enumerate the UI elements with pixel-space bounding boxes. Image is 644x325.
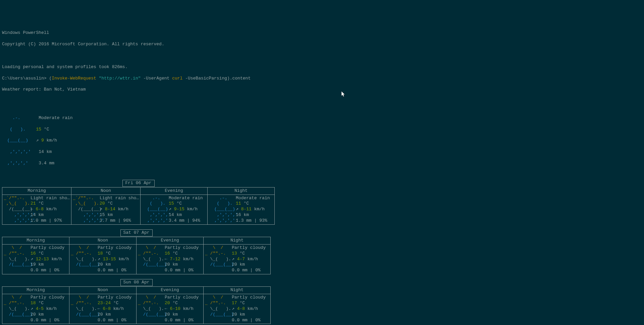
forecast-table: MorningNoonEveningNight_`/"".-. ,\_( ). … xyxy=(2,187,275,225)
date-label: Sat 07 Apr xyxy=(120,229,152,236)
daypart-header: Night xyxy=(208,187,275,195)
command-line[interactable]: C:\Users\asuslin> (Invoke-WebRequest "ht… xyxy=(2,76,642,82)
daypart-header: Evening xyxy=(137,287,204,294)
daypart-header: Evening xyxy=(137,237,204,244)
forecast-cell: \ / _ /"".-. \_( ). /(___(__) Partly clo… xyxy=(2,244,69,274)
date-label: Fri 06 Apr xyxy=(122,180,155,187)
ps-title: Windows PowerShell xyxy=(2,30,642,36)
forecast-table: MorningNoonEveningNight \ / _ /"".-. \_(… xyxy=(2,237,271,274)
forecast-cell: \ / _ /"".-. \_( ). /(___(__) Partly clo… xyxy=(2,294,69,324)
daypart-header: Night xyxy=(204,237,271,244)
daypart-header: Noon xyxy=(69,237,137,244)
daypart-header: Evening xyxy=(141,187,208,195)
forecast-cell: _`/"".-. ,\_( ). /(___(__) ‚'‚'‚'‚' ‚'‚'… xyxy=(2,195,71,224)
forecast-cell: _`/"".-. ,\_( ). /(___(__) ‚'‚'‚'‚' ‚'‚'… xyxy=(71,195,141,224)
ps-copyright: Copyright (C) 2016 Microsoft Corporation… xyxy=(2,42,642,47)
forecast-cell: .-. ( ). (___(__) ‚'‚'‚'‚' ‚'‚'‚'‚' Mode… xyxy=(208,195,275,224)
forecast-cell: \ / _ /"".-. \_( ). /(___(__) Partly clo… xyxy=(69,244,137,274)
forecast-cell: \ / _ /"".-. \_( ). /(___(__) Partly clo… xyxy=(69,294,137,324)
forecast-cell: .-. ( ). (___(__) ‚'‚'‚'‚' ‚'‚'‚'‚' Mode… xyxy=(141,195,208,224)
terminal-output: Windows PowerShell Copyright (C) 2016 Mi… xyxy=(2,25,642,325)
forecast-cell: \ / _ /"".-. \_( ). /(___(__) Partly clo… xyxy=(137,244,204,274)
weather-report-header: Weather report: Ban Not, Vietnam xyxy=(2,87,642,93)
forecast-table: MorningNoonEveningNight \ / _ /"".-. \_(… xyxy=(2,286,271,324)
daypart-header: Morning xyxy=(2,287,69,294)
ps-loading: Loading personal and system profiles too… xyxy=(2,64,642,70)
daypart-header: Night xyxy=(204,287,271,294)
daypart-header: Noon xyxy=(69,287,137,294)
daypart-header: Morning xyxy=(2,187,71,195)
forecast-cell: \ / _ /"".-. \_( ). /(___(__) Partly clo… xyxy=(204,294,271,324)
forecast-cell: \ / _ /"".-. \_( ). /(___(__) Partly clo… xyxy=(204,244,271,274)
date-label: Sun 08 Apr xyxy=(120,279,152,286)
daypart-header: Morning xyxy=(2,237,69,244)
forecast-cell: \ / _ /"".-. \_( ). /(___(__) Partly clo… xyxy=(137,294,204,324)
daypart-header: Noon xyxy=(71,187,141,195)
